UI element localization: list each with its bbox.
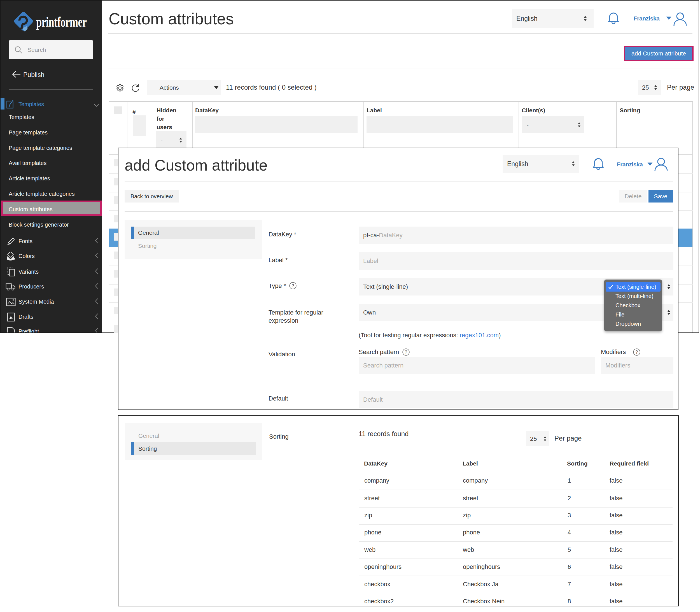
svg-text:?: ? [405,350,407,354]
svg-text:?: ? [292,283,294,288]
svg-text:?: ? [635,350,638,354]
